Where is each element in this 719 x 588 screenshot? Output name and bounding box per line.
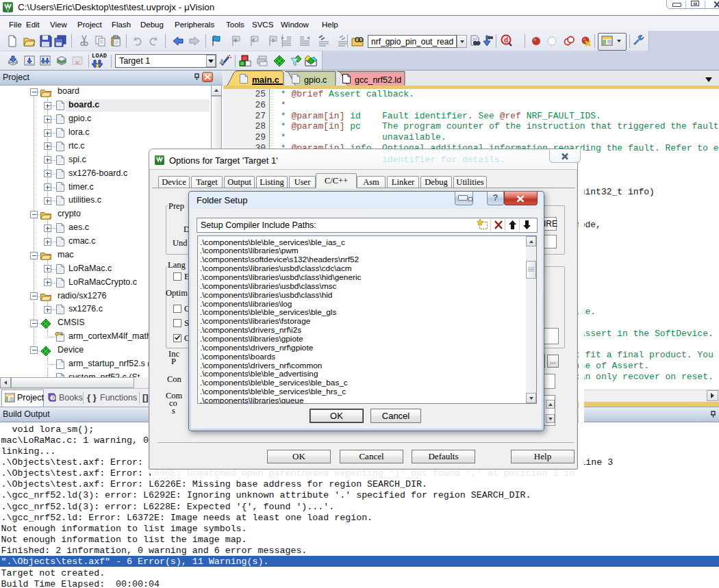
svg-text:?: ? (51, 395, 55, 401)
svg-text:d: d (504, 36, 508, 44)
